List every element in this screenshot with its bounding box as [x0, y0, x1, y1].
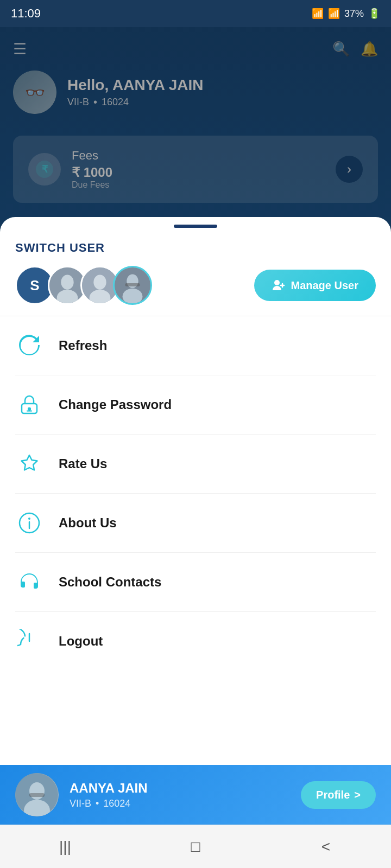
svg-rect-23 — [29, 793, 45, 797]
profile-button[interactable]: Profile > — [301, 781, 376, 809]
profile-footer-text: AANYA JAIN VII-B • 16024 — [70, 781, 148, 809]
profile-footer-name: AANYA JAIN — [70, 781, 148, 796]
profile-footer-sub: VII-B • 16024 — [70, 798, 148, 809]
profile-footer-avatar — [15, 773, 59, 816]
wifi-icon: 📶 — [312, 8, 324, 20]
status-bar: 11:09 📶 📶 37% 🔋 — [0, 0, 391, 27]
nav-recent-icon[interactable]: ||| — [49, 831, 81, 863]
manage-user-button[interactable]: Manage User — [254, 270, 376, 301]
status-icons: 📶 📶 37% 🔋 — [312, 8, 380, 20]
switch-user-row: S — [15, 266, 376, 305]
status-time: 11:09 — [11, 7, 41, 21]
menu-label-logout: Logout — [59, 634, 103, 649]
menu-item-change-password[interactable]: Change Password — [15, 375, 376, 435]
svg-point-12 — [274, 280, 280, 285]
svg-point-19 — [28, 518, 30, 520]
power-icon — [15, 627, 43, 655]
menu-item-school-contacts[interactable]: School Contacts — [15, 553, 376, 612]
profile-footer: AANYA JAIN VII-B • 16024 Profile > — [0, 765, 391, 825]
battery-icon: 🔋 — [368, 8, 380, 20]
star-icon — [15, 450, 43, 478]
menu-label-school-contacts: School Contacts — [59, 575, 161, 590]
battery-text: 37% — [344, 8, 364, 20]
nav-home-icon[interactable]: □ — [179, 831, 212, 863]
menu-item-refresh[interactable]: Refresh — [15, 316, 376, 375]
profile-avatar-image — [15, 773, 59, 816]
nav-back-icon[interactable]: < — [310, 831, 342, 863]
svg-rect-11 — [125, 283, 140, 286]
switch-user-title: SWITCH USER — [15, 241, 376, 255]
menu-item-about-us[interactable]: About Us — [15, 494, 376, 553]
signal-icon: 📶 — [328, 8, 340, 20]
refresh-icon — [15, 331, 43, 360]
svg-point-21 — [29, 782, 45, 800]
profile-footer-left: AANYA JAIN VII-B • 16024 — [15, 773, 148, 816]
menu-label-about-us: About Us — [59, 515, 117, 531]
menu-list: Refresh Change Password Ra — [0, 316, 391, 671]
svg-point-10 — [123, 289, 143, 304]
lock-icon — [15, 391, 43, 419]
svg-rect-16 — [27, 410, 32, 412]
switch-user-section: SWITCH USER S — [0, 228, 391, 316]
overlay-dim — [0, 0, 391, 239]
menu-item-logout[interactable]: Logout — [15, 612, 376, 671]
avatar-active[interactable] — [113, 266, 152, 305]
menu-label-rate-us: Rate Us — [59, 456, 107, 471]
menu-label-refresh: Refresh — [59, 338, 107, 353]
svg-point-3 — [61, 275, 73, 290]
nav-bar: ||| □ < — [0, 825, 391, 868]
info-icon — [15, 509, 43, 537]
svg-point-6 — [93, 275, 106, 290]
menu-label-change-password: Change Password — [59, 397, 172, 412]
user-avatars: S — [15, 266, 152, 305]
headset-icon — [15, 568, 43, 596]
menu-item-rate-us[interactable]: Rate Us — [15, 435, 376, 494]
